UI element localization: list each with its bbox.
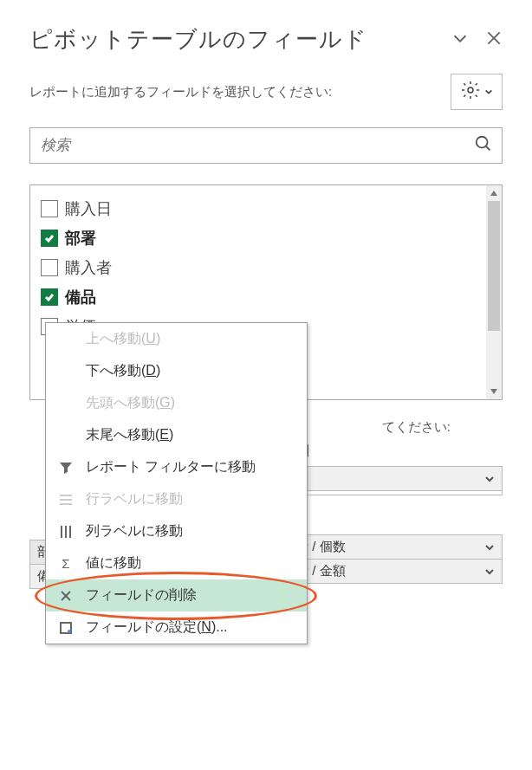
subheader-label: レポートに追加するフィールドを選択してください:: [29, 84, 332, 100]
ctx-item-0: 上へ移動(U): [46, 323, 307, 355]
columns-area-header: 列: [275, 443, 503, 466]
scroll-up-icon[interactable]: [486, 185, 502, 201]
ctx-item-3[interactable]: 末尾へ移動(E): [46, 419, 307, 451]
svg-point-19: [68, 630, 71, 633]
ctx-label: 末尾へ移動(E): [86, 426, 173, 444]
field-checkbox[interactable]: [41, 200, 58, 217]
area-chip-vals-0[interactable]: 合計 / 個数: [275, 534, 503, 560]
ctx-item-9[interactable]: フィールドの設定(N)...: [46, 611, 307, 644]
filter-icon: [58, 460, 74, 476]
chevron-down-icon[interactable]: [484, 474, 495, 484]
blank-icon: [58, 364, 74, 379]
columns-area[interactable]: Σ 値: [275, 466, 503, 495]
blank-icon: [58, 428, 74, 443]
collapse-icon[interactable]: [451, 29, 470, 51]
ctx-label: 先頭へ移動(G): [86, 394, 175, 412]
ctx-item-7[interactable]: Σ値に移動: [46, 547, 307, 579]
search-box[interactable]: [29, 127, 503, 164]
field-name: 購入日: [65, 198, 112, 219]
field-checkbox[interactable]: [41, 259, 58, 276]
field-checkbox[interactable]: [41, 230, 58, 247]
scrollbar-thumb[interactable]: [488, 201, 500, 331]
scrollbar[interactable]: [486, 185, 502, 399]
svg-point-3: [477, 137, 488, 148]
field-item-3[interactable]: 備品: [37, 282, 495, 312]
svg-point-2: [468, 87, 473, 93]
ctx-label: レポート フィルターに移動: [86, 458, 256, 476]
ctx-item-6[interactable]: 列ラベルに移動: [46, 515, 307, 547]
ctx-label: フィールドの削除: [86, 586, 197, 605]
ctx-item-2: 先頭へ移動(G): [46, 387, 307, 419]
field-item-1[interactable]: 部署: [37, 223, 495, 253]
blank-icon: [58, 332, 74, 347]
pane-header: ピボットテーブルのフィールド: [29, 24, 503, 67]
search-input[interactable]: [39, 136, 474, 155]
values-area-header: Σ 値: [275, 511, 503, 534]
tools-button[interactable]: [451, 74, 503, 110]
ctx-item-1[interactable]: 下へ移動(D): [46, 355, 307, 387]
chevron-down-icon[interactable]: [484, 542, 495, 553]
ctx-label: 下へ移動(D): [86, 362, 160, 380]
field-item-2[interactable]: 購入者: [37, 253, 495, 282]
ctx-item-4[interactable]: レポート フィルターに移動: [46, 451, 307, 483]
blank-icon: [58, 396, 74, 411]
pane-title: ピボットテーブルのフィールド: [29, 24, 367, 55]
values-area[interactable]: 合計 / 個数 合計 / 金額: [275, 534, 503, 584]
search-icon[interactable]: [474, 134, 493, 157]
ctx-item-8[interactable]: フィールドの削除: [46, 579, 307, 611]
ctx-label: 行ラベルに移動: [86, 490, 183, 508]
field-name: 購入者: [65, 257, 112, 278]
area-chip-vals-1[interactable]: 合計 / 金額: [275, 559, 503, 584]
sigma-icon: Σ: [58, 556, 74, 572]
area-chip-cols-0[interactable]: Σ 値: [275, 466, 503, 491]
subheader-row: レポートに追加するフィールドを選択してください:: [29, 74, 503, 110]
svg-line-4: [486, 146, 490, 151]
gear-icon: [460, 80, 481, 104]
scroll-down-icon[interactable]: [486, 384, 502, 399]
field-item-0[interactable]: 購入日: [37, 194, 495, 223]
chevron-down-icon[interactable]: [484, 566, 495, 577]
ctx-label: フィールドの設定(N)...: [86, 618, 228, 637]
ctx-label: 上へ移動(U): [86, 330, 160, 348]
svg-marker-6: [490, 389, 497, 394]
rows-icon: [58, 492, 74, 508]
context-menu: 上へ移動(U)下へ移動(D)先頭へ移動(G)末尾へ移動(E)レポート フィルター…: [45, 322, 308, 644]
close-icon[interactable]: [485, 29, 503, 50]
svg-marker-5: [490, 191, 497, 196]
dropdown-caret-icon: [484, 87, 493, 96]
x-icon: [58, 588, 74, 604]
ctx-label: 列ラベルに移動: [86, 522, 183, 540]
settings-icon: [58, 620, 74, 636]
field-name: 部署: [65, 228, 96, 249]
field-checkbox[interactable]: [41, 288, 58, 306]
ctx-label: 値に移動: [86, 554, 141, 573]
field-name: 備品: [65, 287, 96, 307]
ctx-item-5: 行ラベルに移動: [46, 483, 307, 515]
cols-icon: [58, 524, 74, 540]
